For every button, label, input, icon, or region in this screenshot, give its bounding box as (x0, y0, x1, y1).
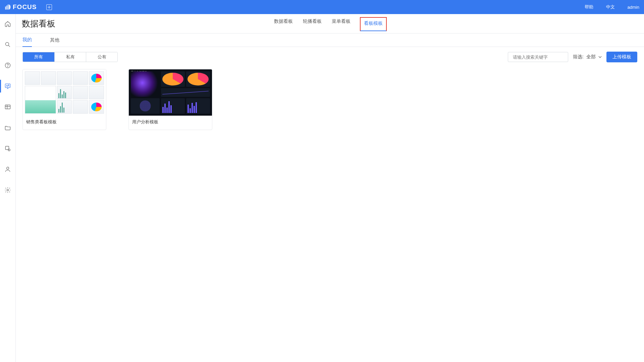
filter-label: 筛选: (573, 54, 584, 60)
template-card[interactable]: 用户分析模板 用户分析模板 (128, 69, 212, 130)
new-button[interactable] (46, 4, 52, 10)
tab-data-dashboard[interactable]: 数据看板 (273, 16, 293, 31)
dashboard-icon (4, 83, 11, 89)
toolbar: 所有 私有 公有 筛选: 全部 上传模板 (16, 47, 644, 67)
lang-toggle[interactable]: 中文 (606, 4, 615, 10)
help-icon (4, 62, 11, 69)
page-title: 数据看板 (22, 18, 55, 29)
template-thumbnail (23, 69, 106, 116)
user-menu[interactable]: admin (628, 5, 639, 10)
rail-folder[interactable] (0, 123, 16, 132)
main: 数据看板 数据看板 轮播看板 菜单看板 看板模板 我的 其他 所有 私有 公有 (16, 14, 644, 362)
logo[interactable]: FOCUS (5, 3, 37, 11)
rail-home[interactable] (0, 19, 16, 28)
chevron-down-icon (598, 55, 602, 59)
plus-icon (48, 6, 51, 9)
sub-tabs: 我的 其他 (16, 34, 644, 47)
search-input[interactable] (513, 55, 569, 60)
subtab-mine[interactable]: 我的 (22, 37, 32, 47)
svg-point-9 (8, 149, 10, 151)
segment-all[interactable]: 所有 (23, 52, 54, 62)
svg-point-11 (7, 189, 9, 191)
svg-point-3 (5, 42, 9, 46)
svg-rect-1 (6, 6, 7, 10)
template-thumbnail: 用户分析模板 (129, 69, 212, 116)
svg-rect-2 (8, 5, 8, 10)
svg-rect-0 (5, 7, 6, 10)
help-link[interactable]: 帮助 (585, 4, 593, 10)
gear-icon (4, 187, 11, 193)
svg-rect-6 (5, 84, 10, 87)
subtab-other[interactable]: 其他 (50, 37, 59, 47)
nav-tabs: 数据看板 轮播看板 菜单看板 看板模板 (273, 16, 387, 31)
rail-dashboard[interactable] (0, 82, 16, 90)
rail-help[interactable] (0, 61, 16, 70)
folder-icon (4, 124, 11, 131)
upload-template-button[interactable]: 上传模板 (606, 52, 637, 62)
svg-point-5 (8, 67, 8, 67)
template-name: 用户分析模板 (129, 116, 212, 130)
component-icon (4, 145, 11, 152)
filter-select[interactable]: 筛选: 全部 (573, 54, 602, 60)
tab-carousel-dashboard[interactable]: 轮播看板 (302, 16, 322, 31)
filter-value: 全部 (586, 54, 596, 60)
rail-search[interactable] (0, 40, 16, 49)
brand-text: FOCUS (13, 3, 37, 11)
svg-rect-7 (5, 105, 10, 109)
tab-menu-dashboard[interactable]: 菜单看板 (331, 16, 351, 31)
segment-public[interactable]: 公有 (86, 52, 117, 62)
left-rail (0, 14, 16, 362)
tab-dashboard-template[interactable]: 看板模板 (360, 17, 387, 31)
rail-table[interactable] (0, 103, 16, 111)
rail-user[interactable] (0, 165, 16, 174)
template-grid: 销售类看板模板 用户分析模板 用户分析模板 (16, 67, 644, 132)
template-card[interactable]: 销售类看板模板 (22, 69, 106, 130)
visibility-segment: 所有 私有 公有 (22, 52, 118, 62)
titlebar: 数据看板 数据看板 轮播看板 菜单看板 看板模板 (16, 14, 644, 34)
search-box[interactable] (508, 52, 568, 62)
template-name: 销售类看板模板 (23, 116, 106, 130)
rail-settings[interactable] (0, 186, 16, 194)
home-icon (4, 20, 11, 27)
user-icon (4, 166, 11, 173)
logo-icon (5, 4, 11, 10)
search-icon (4, 41, 11, 48)
topbar: FOCUS 帮助 中文 admin (0, 0, 644, 14)
segment-private[interactable]: 私有 (54, 52, 86, 62)
svg-point-10 (7, 167, 9, 169)
rail-component[interactable] (0, 144, 16, 153)
table-icon (4, 104, 11, 110)
